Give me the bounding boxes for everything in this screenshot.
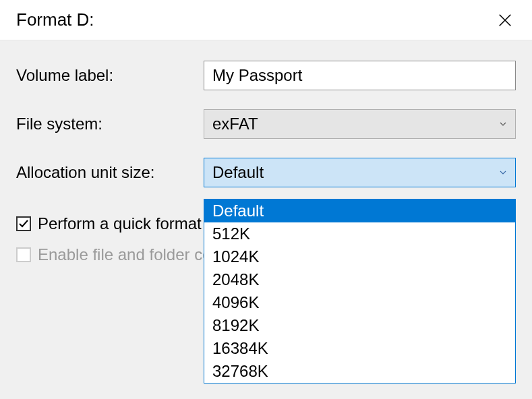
volume-label-input[interactable] <box>204 61 516 90</box>
file-system-value: exFAT <box>212 115 258 133</box>
chevron-down-icon <box>499 168 507 177</box>
allocation-unit-dropdown: Default 512K 1024K 2048K 4096K 8192K 163… <box>204 199 516 383</box>
chevron-down-icon <box>499 120 507 128</box>
close-icon <box>498 13 512 28</box>
dropdown-option-default[interactable]: Default <box>204 200 515 222</box>
dropdown-option-1024k[interactable]: 1024K <box>204 245 515 268</box>
allocation-unit-select[interactable]: Default <box>204 158 516 187</box>
window-title: Format D: <box>16 9 94 30</box>
dropdown-option-8192k[interactable]: 8192K <box>204 314 515 337</box>
dropdown-option-16384k[interactable]: 16384K <box>204 337 515 360</box>
file-system-row: File system: exFAT <box>16 109 516 139</box>
quick-format-checkbox[interactable] <box>16 216 31 231</box>
allocation-unit-label: Allocation unit size: <box>16 163 204 182</box>
dropdown-option-2048k[interactable]: 2048K <box>204 268 515 291</box>
file-system-select[interactable]: exFAT <box>204 109 516 139</box>
file-system-label: File system: <box>16 115 204 133</box>
volume-label-text: Volume label: <box>16 66 204 85</box>
checkmark-icon <box>18 218 29 229</box>
volume-label-row: Volume label: <box>16 61 516 90</box>
titlebar: Format D: <box>0 0 532 40</box>
dropdown-option-4096k[interactable]: 4096K <box>204 291 515 314</box>
close-button[interactable] <box>492 7 519 34</box>
dropdown-option-32768k[interactable]: 32768K <box>204 360 515 383</box>
allocation-unit-value: Default <box>212 163 264 182</box>
quick-format-label: Perform a quick format <box>38 214 202 233</box>
allocation-unit-row: Allocation unit size: Default <box>16 158 516 187</box>
dropdown-option-512k[interactable]: 512K <box>204 222 515 245</box>
enable-compression-checkbox <box>16 247 31 262</box>
